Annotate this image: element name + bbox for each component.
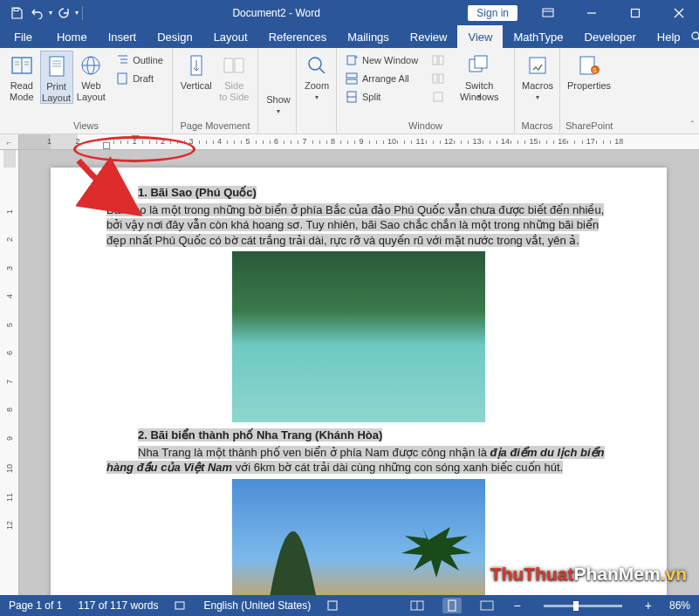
print-layout-icon <box>44 53 70 79</box>
svg-text:+: + <box>354 54 359 61</box>
print-layout-view[interactable] <box>442 598 462 613</box>
close-button[interactable] <box>659 0 699 25</box>
zoom-level[interactable]: 86% <box>669 599 690 612</box>
redo-icon[interactable] <box>54 3 73 23</box>
undo-dropdown[interactable]: ▾ <box>49 9 52 17</box>
language[interactable]: English (United States) <box>203 599 311 612</box>
tab-file[interactable]: File <box>0 25 46 48</box>
tab-developer[interactable]: Developer <box>574 25 647 48</box>
tab-review[interactable]: Review <box>400 25 458 48</box>
tab-mailings[interactable]: Mailings <box>337 25 400 48</box>
workspace: ⌐ 21123456789101112131415161718 12345678… <box>0 134 699 595</box>
side-to-side-label: Side to Side <box>219 80 249 102</box>
document-area[interactable]: 1. Bãi Sao (Phú Quốc) Bãi Sao là một tro… <box>19 150 699 595</box>
chevron-down-icon: ▾ <box>315 93 319 101</box>
horizontal-ruler[interactable]: 21123456789101112131415161718 <box>19 134 699 150</box>
svg-rect-50 <box>328 601 337 610</box>
web-layout-view[interactable] <box>477 598 497 613</box>
zoom-out-button[interactable]: − <box>512 599 523 613</box>
svg-rect-35 <box>346 79 357 84</box>
vertical-button[interactable]: Vertical <box>178 51 215 92</box>
svg-rect-39 <box>439 56 443 65</box>
paragraph-2-tail[interactable]: với 6km bờ cát trải dài cùng những con s… <box>232 461 563 474</box>
zoom-icon <box>304 52 330 79</box>
new-window-label: New Window <box>362 55 418 65</box>
tab-home[interactable]: Home <box>46 25 98 48</box>
draft-button[interactable]: Draft <box>113 69 167 87</box>
maximize-button[interactable] <box>615 0 655 25</box>
read-mode-label: Read Mode <box>10 80 34 102</box>
ribbon-tabs: File Home Insert Design Layout Reference… <box>0 25 699 48</box>
tab-selector[interactable]: ⌐ <box>0 134 19 150</box>
ribbon-display-options[interactable] <box>528 0 568 25</box>
reset-window-button <box>428 87 449 106</box>
zoom-dropdown[interactable]: Zoom ▾ <box>302 51 332 101</box>
undo-icon[interactable] <box>28 3 47 23</box>
split-label: Split <box>362 92 380 102</box>
properties-button[interactable]: S Properties <box>565 51 613 92</box>
outline-button[interactable]: Outline <box>113 51 167 69</box>
tab-mathtype[interactable]: MathType <box>503 25 573 48</box>
svg-line-31 <box>319 68 325 73</box>
paragraph-2-lead[interactable]: Nha Trang là một thành phố ven biển ở ph… <box>138 446 490 459</box>
save-icon[interactable] <box>7 3 26 23</box>
svg-rect-38 <box>433 56 437 65</box>
macros-group-label: Macros <box>520 120 554 133</box>
lightbulb-icon <box>691 31 699 43</box>
page-count[interactable]: Page 1 of 1 <box>9 599 62 612</box>
minimize-button[interactable] <box>572 0 612 25</box>
web-layout-button[interactable]: Web Layout <box>75 51 108 102</box>
image-nha-trang[interactable] <box>232 479 485 595</box>
heading-2[interactable]: 2. Bãi biển thành phố Nha Trang (Khánh H… <box>138 428 382 441</box>
tab-view[interactable]: View <box>457 25 503 48</box>
macro-record-icon[interactable] <box>326 599 339 612</box>
tab-help[interactable]: Help <box>647 25 691 48</box>
chevron-down-icon: ▾ <box>277 107 280 115</box>
signin-button[interactable]: Sign in <box>468 5 517 21</box>
macros-button[interactable]: Macros ▾ <box>520 51 555 101</box>
show-dropdown[interactable]: Show ▾ <box>264 51 293 115</box>
paragraph-1[interactable]: Bãi Sao là một trong những bờ biển ở phí… <box>106 203 604 247</box>
collapse-ribbon-button[interactable]: ˆ <box>691 120 694 130</box>
switch-windows-button[interactable]: Switch Windows ▾ <box>456 51 503 112</box>
vertical-ruler[interactable]: 123456789101112 <box>0 150 19 595</box>
zoom-slider[interactable] <box>544 605 622 607</box>
svg-rect-45 <box>530 58 545 73</box>
print-layout-button[interactable]: Print Layout <box>40 51 73 104</box>
outline-icon <box>116 53 129 66</box>
svg-rect-28 <box>224 58 233 72</box>
svg-rect-26 <box>118 73 127 84</box>
tell-me-search[interactable]: Search <box>691 31 699 43</box>
split-button[interactable]: Split <box>342 87 421 106</box>
zoom-in-button[interactable]: + <box>643 599 654 613</box>
window-group-label: Window <box>342 120 509 133</box>
sync-scrolling-button <box>428 69 449 87</box>
heading-1[interactable]: 1. Bãi Sao (Phú Quốc) <box>138 186 257 199</box>
qat-customize-dropdown[interactable]: ▾ <box>75 9 79 17</box>
properties-label: Properties <box>567 80 611 92</box>
tab-insert[interactable]: Insert <box>98 25 147 48</box>
print-layout-label: Print Layout <box>42 81 71 103</box>
word-count[interactable]: 117 of 117 words <box>78 599 158 612</box>
svg-rect-34 <box>346 73 357 78</box>
image-bai-sao[interactable] <box>232 251 485 422</box>
vertical-icon <box>183 52 209 79</box>
new-window-icon: + <box>346 54 359 66</box>
watermark: ThuThuatPhanMem.vn <box>490 564 687 585</box>
view-side-by-side-button <box>428 51 449 69</box>
spellcheck-icon[interactable] <box>174 599 188 612</box>
svg-rect-0 <box>14 8 18 10</box>
show-label: Show <box>266 94 291 106</box>
tab-references[interactable]: References <box>258 25 337 48</box>
svg-rect-1 <box>543 9 553 17</box>
new-window-button[interactable]: +New Window <box>342 51 421 69</box>
views-group-label: Views <box>5 120 167 133</box>
read-mode-view[interactable] <box>408 598 427 613</box>
sharepoint-group-label: SharePoint <box>565 120 613 133</box>
side-to-side-button[interactable]: Side to Side <box>216 51 253 102</box>
arrange-all-button[interactable]: Arrange All <box>342 69 421 87</box>
tab-layout[interactable]: Layout <box>203 25 258 48</box>
ribbon: Read Mode Print Layout Web Layout Outlin… <box>0 48 699 134</box>
read-mode-button[interactable]: Read Mode <box>5 51 38 102</box>
tab-design[interactable]: Design <box>147 25 202 48</box>
